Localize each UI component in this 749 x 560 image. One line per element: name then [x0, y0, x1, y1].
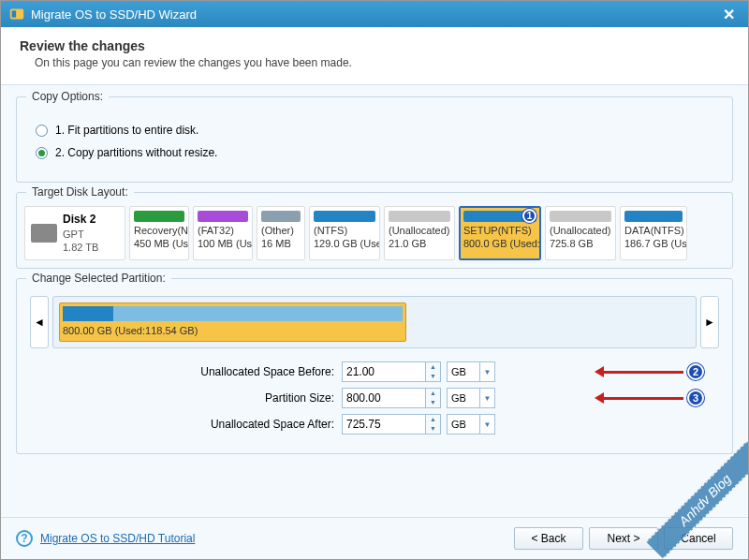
partition-box[interactable]: (Unallocated)725.8 GB	[545, 206, 616, 260]
radio-fit-partitions[interactable]: 1. Fit partitions to entire disk.	[36, 124, 713, 137]
chevron-down-icon[interactable]: ▼	[480, 361, 495, 382]
radio-unchecked-icon	[36, 125, 48, 137]
chevron-down-icon[interactable]: ▼	[480, 388, 495, 408]
field-label: Partition Size:	[180, 391, 334, 405]
field-label: Unallocated Space Before:	[180, 365, 334, 378]
form-row: Unallocated Space Before:▲▼GB▼2	[180, 361, 719, 382]
spinner[interactable]: ▲▼	[426, 388, 441, 408]
page-heading: Review the changes	[20, 38, 729, 53]
partition-name: DATA(NTFS)	[624, 225, 683, 238]
spinner[interactable]: ▲▼	[426, 361, 441, 382]
change-partition-group: Change Selected Partition: ◄ 800.00 GB (…	[16, 278, 733, 454]
size-input[interactable]	[342, 388, 426, 408]
unit-select[interactable]: GB	[447, 414, 480, 435]
svg-rect-1	[12, 10, 17, 17]
radio-label: 1. Fit partitions to entire disk.	[55, 124, 198, 137]
partition-size: 100 MB (Used:29 MB)	[198, 238, 248, 251]
partition-box[interactable]: (NTFS)129.0 GB (Used:46 GB)	[309, 206, 380, 260]
change-legend: Change Selected Partition:	[26, 272, 171, 285]
partition-name: SETUP(NTFS)	[463, 225, 536, 238]
partition-box[interactable]: Recovery(NTFS)450 MB (Used:386 MB)	[129, 206, 189, 260]
spin-up-icon[interactable]: ▲	[426, 415, 440, 424]
wizard-icon	[8, 6, 25, 22]
footer: ? Migrate OS to SSD/HD Tutorial < Back N…	[1, 517, 748, 559]
scroll-left-button[interactable]: ◄	[30, 296, 49, 348]
partition-size: 725.8 GB	[550, 238, 611, 251]
partition-size: 186.7 GB (Used:84 GB)	[624, 238, 683, 251]
partition-box[interactable]: 1SETUP(NTFS)800.0 GB (Used:118 GB)	[459, 206, 541, 260]
radio-checked-icon	[36, 147, 48, 159]
help-icon[interactable]: ?	[16, 530, 33, 547]
partition-name: (FAT32)	[198, 225, 248, 238]
radio-copy-without-resize[interactable]: 2. Copy partitions without resize.	[36, 146, 713, 159]
chevron-down-icon[interactable]: ▼	[480, 414, 495, 435]
close-icon[interactable]: ✕	[717, 6, 741, 23]
partition-bar	[134, 211, 184, 222]
window-title: Migrate OS to SSD/HD Wizard	[31, 7, 717, 22]
partition-bar	[550, 211, 611, 222]
partition-name: Recovery(NTFS)	[134, 225, 184, 238]
page-subtext: On this page you can review the changes …	[35, 56, 729, 69]
content-area: Copy Options: 1. Fit partitions to entir…	[1, 84, 748, 526]
form-row: Partition Size:▲▼GB▼3	[180, 388, 719, 408]
unit-select[interactable]: GB	[447, 361, 480, 382]
annotation-badge: 3	[687, 390, 704, 406]
annotation-arrow: 3	[603, 391, 704, 405]
annotation-badge: 1	[522, 209, 536, 223]
partition-size: 450 MB (Used:386 MB)	[134, 238, 184, 251]
disk-info-box[interactable]: Disk 2 GPT 1.82 TB	[24, 206, 125, 260]
title-bar: Migrate OS to SSD/HD Wizard ✕	[1, 1, 748, 27]
unit-select[interactable]: GB	[447, 388, 480, 408]
scroll-right-button[interactable]: ►	[700, 296, 719, 348]
partition-name: (Unallocated)	[389, 225, 450, 238]
annotation-arrow: 2	[603, 365, 704, 378]
partition-name: (NTFS)	[314, 225, 375, 238]
partition-size: 800.0 GB (Used:118 GB)	[463, 238, 536, 251]
disk-type: GPT	[63, 228, 98, 241]
target-layout-legend: Target Disk Layout:	[26, 185, 134, 199]
radio-label: 2. Copy partitions without resize.	[55, 146, 217, 159]
spin-down-icon[interactable]: ▼	[426, 424, 440, 434]
partition-bar	[624, 211, 683, 222]
tutorial-link[interactable]: Migrate OS to SSD/HD Tutorial	[40, 532, 195, 545]
spin-down-icon[interactable]: ▼	[426, 398, 440, 407]
spinner[interactable]: ▲▼	[426, 414, 441, 435]
partition-size: 129.0 GB (Used:46 GB)	[314, 238, 375, 251]
used-bar	[63, 306, 113, 321]
page-header: Review the changes On this page you can …	[1, 27, 748, 84]
copy-options-legend: Copy Options:	[26, 90, 109, 103]
partition-resize-canvas[interactable]: 800.00 GB (Used:118.54 GB)	[52, 296, 697, 348]
spin-up-icon[interactable]: ▲	[426, 389, 440, 398]
partition-box[interactable]: (Unallocated)21.0 GB	[384, 206, 455, 260]
disk-row: Disk 2 GPT 1.82 TB Recovery(NTFS)450 MB …	[24, 206, 725, 260]
partition-box[interactable]: DATA(NTFS)186.7 GB (Used:84 GB)	[620, 206, 687, 260]
form-row: Unallocated Space After:▲▼GB▼	[180, 414, 719, 435]
cancel-button[interactable]: Cancel	[664, 527, 733, 550]
copy-options-group: Copy Options: 1. Fit partitions to entir…	[16, 96, 733, 183]
disk-capacity: 1.82 TB	[63, 241, 98, 254]
partition-box[interactable]: (Other)16 MB	[257, 206, 305, 260]
back-button[interactable]: < Back	[514, 527, 583, 550]
partition-bar	[261, 211, 301, 222]
spin-up-icon[interactable]: ▲	[426, 362, 440, 372]
annotation-badge: 2	[687, 363, 704, 380]
partition-bar	[198, 211, 248, 222]
free-bar	[113, 306, 402, 321]
size-input[interactable]	[342, 361, 426, 382]
partition-size: 16 MB	[261, 238, 301, 251]
disk-name: Disk 2	[63, 213, 98, 228]
partition-name: (Other)	[261, 225, 301, 238]
partition-size: 21.0 GB	[389, 238, 450, 251]
next-button[interactable]: Next >	[589, 527, 658, 550]
partition-name: (Unallocated)	[550, 225, 611, 238]
disk-icon	[31, 224, 57, 243]
chevron-right-icon: ►	[704, 316, 715, 329]
partition-bar	[314, 211, 375, 222]
spin-down-icon[interactable]: ▼	[426, 372, 440, 381]
field-label: Unallocated Space After:	[180, 418, 334, 431]
size-input[interactable]	[342, 414, 426, 435]
target-layout-group: Target Disk Layout: Disk 2 GPT 1.82 TB R…	[16, 192, 733, 269]
partition-summary: 800.00 GB (Used:118.54 GB)	[63, 325, 403, 336]
partition-box[interactable]: (FAT32)100 MB (Used:29 MB)	[193, 206, 253, 260]
partition-bar	[389, 211, 450, 222]
